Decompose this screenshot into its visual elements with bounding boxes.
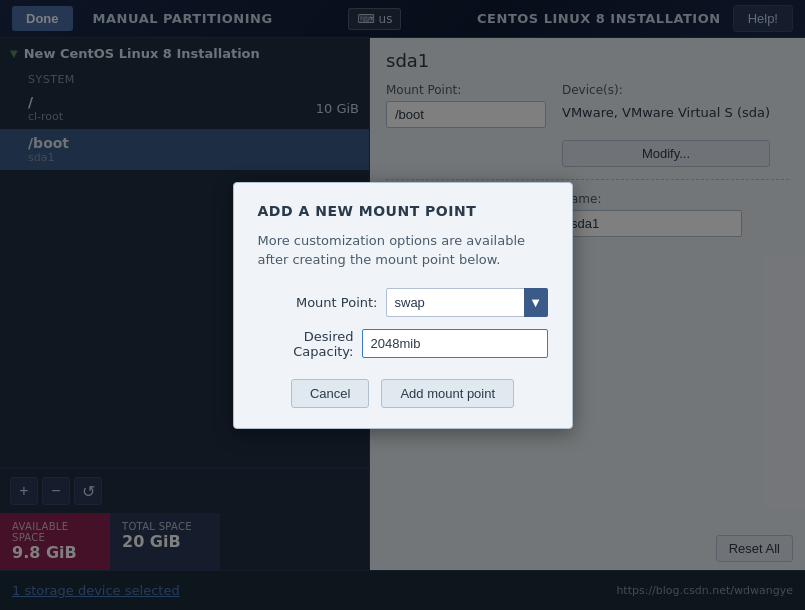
modal-description: More customization options are available… (258, 231, 548, 270)
modal-overlay: ADD A NEW MOUNT POINT More customization… (0, 0, 805, 610)
modal-mount-point-select[interactable]: swap / /boot /home /var /tmp (386, 288, 548, 317)
modal-capacity-row: Desired Capacity: (258, 329, 548, 359)
modal-title: ADD A NEW MOUNT POINT (258, 203, 548, 219)
modal-capacity-label: Desired Capacity: (258, 329, 354, 359)
modal-cancel-button[interactable]: Cancel (291, 379, 369, 408)
modal-buttons: Cancel Add mount point (258, 379, 548, 408)
modal-capacity-input[interactable] (362, 329, 548, 358)
modal-add-button[interactable]: Add mount point (381, 379, 514, 408)
modal-mount-point-row: Mount Point: swap / /boot /home /var /tm… (258, 288, 548, 317)
modal-mount-point-label: Mount Point: (258, 295, 378, 310)
modal-select-wrapper: swap / /boot /home /var /tmp ▼ (386, 288, 548, 317)
add-mount-point-modal: ADD A NEW MOUNT POINT More customization… (233, 182, 573, 429)
